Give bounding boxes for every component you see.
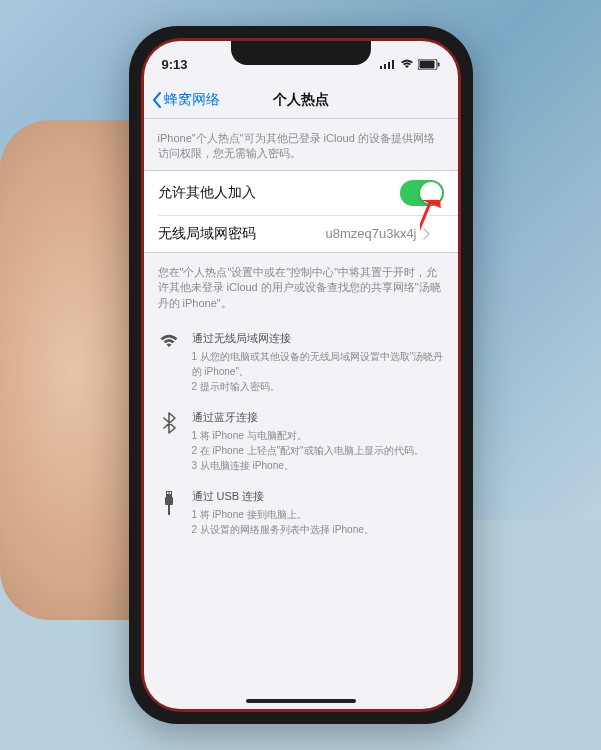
wifi-step-2: 2 提示时输入密码。	[192, 379, 444, 394]
signal-icon	[380, 59, 396, 69]
svg-rect-6	[438, 62, 440, 66]
back-label: 蜂窝网络	[164, 91, 220, 109]
wifi-step-1: 1 从您的电脑或其他设备的无线局域网设置中选取"汤晓丹的 iPhone"。	[192, 349, 444, 379]
mid-description: 您在"个人热点"设置中或在"控制中心"中将其置于开时，允许其他未登录 iClou…	[144, 253, 458, 319]
screen: 9:13 蜂窝网络 个人热点 iPhone"个人热点"可为其他已登录 iClou…	[144, 41, 458, 709]
phone-device: 9:13 蜂窝网络 个人热点 iPhone"个人热点"可为其他已登录 iClou…	[129, 26, 473, 724]
bluetooth-icon	[158, 410, 180, 473]
allow-others-label: 允许其他人加入	[158, 184, 256, 202]
svg-rect-9	[169, 492, 171, 494]
allow-others-cell[interactable]: 允许其他人加入	[144, 171, 458, 215]
wifi-icon	[158, 331, 180, 394]
bluetooth-instructions: 通过蓝牙连接 1 将 iPhone 与电脑配对。 2 在 iPhone 上轻点"…	[144, 398, 458, 477]
svg-rect-7	[166, 491, 172, 497]
notch	[231, 41, 371, 65]
nav-bar: 蜂窝网络 个人热点	[144, 81, 458, 119]
svg-rect-5	[419, 60, 434, 68]
svg-rect-0	[380, 66, 382, 69]
wifi-instructions: 通过无线局域网连接 1 从您的电脑或其他设备的无线局域网设置中选取"汤晓丹的 i…	[144, 319, 458, 398]
svg-rect-2	[388, 62, 390, 69]
back-button[interactable]: 蜂窝网络	[152, 91, 220, 109]
chevron-right-icon	[423, 228, 430, 240]
wifi-icon	[400, 59, 414, 69]
svg-rect-11	[168, 505, 170, 515]
battery-icon	[418, 59, 440, 70]
usb-instructions: 通过 USB 连接 1 将 iPhone 接到电脑上。 2 从设置的网络服务列表…	[144, 477, 458, 541]
bluetooth-step-3: 3 从电脑连接 iPhone。	[192, 458, 444, 473]
wifi-instructions-title: 通过无线局域网连接	[192, 331, 444, 346]
bluetooth-instructions-title: 通过蓝牙连接	[192, 410, 444, 425]
usb-icon	[158, 489, 180, 537]
usb-step-1: 1 将 iPhone 接到电脑上。	[192, 507, 444, 522]
wifi-password-cell[interactable]: 无线局域网密码 u8mzeq7u3kx4j	[158, 215, 458, 252]
allow-others-toggle[interactable]	[400, 180, 444, 206]
svg-rect-3	[392, 60, 394, 69]
chevron-left-icon	[152, 92, 162, 108]
wifi-password-label: 无线局域网密码	[158, 225, 256, 241]
page-title: 个人热点	[273, 91, 329, 109]
wifi-password-value: u8mzeq7u3kx4j	[325, 226, 416, 241]
usb-step-2: 2 从设置的网络服务列表中选择 iPhone。	[192, 522, 444, 537]
svg-rect-8	[167, 492, 169, 494]
usb-instructions-title: 通过 USB 连接	[192, 489, 444, 504]
bluetooth-step-1: 1 将 iPhone 与电脑配对。	[192, 428, 444, 443]
bluetooth-step-2: 2 在 iPhone 上轻点"配对"或输入电脑上显示的代码。	[192, 443, 444, 458]
svg-rect-10	[165, 497, 173, 505]
home-indicator[interactable]	[246, 699, 356, 703]
svg-rect-1	[384, 64, 386, 69]
top-description: iPhone"个人热点"可为其他已登录 iCloud 的设备提供网络访问权限，您…	[144, 119, 458, 170]
status-time: 9:13	[162, 57, 188, 72]
